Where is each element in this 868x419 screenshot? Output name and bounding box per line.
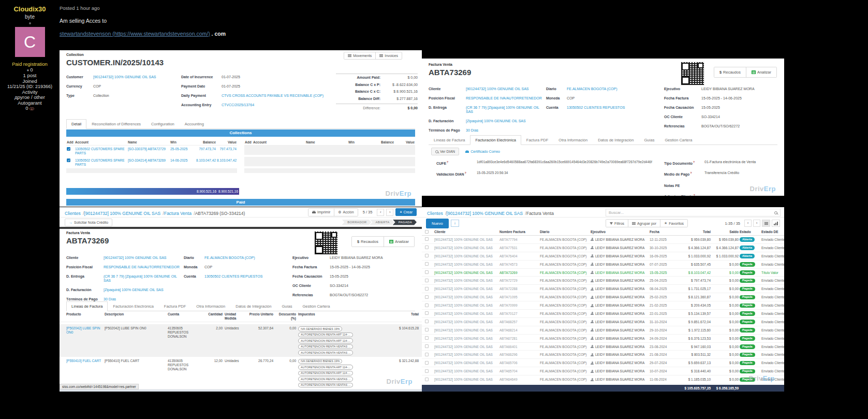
- row-checkbox[interactable]: [425, 245, 429, 249]
- field-value[interactable]: 30 Días: [104, 297, 116, 301]
- field-value[interactable]: [Zipaquirá] 100% GENUINE OIL SAS: [466, 119, 526, 123]
- chart-view-toggle[interactable]: [772, 220, 780, 227]
- post-link[interactable]: stewartandstevenson (https://www.stewart…: [60, 31, 210, 37]
- movements-button[interactable]: Movements: [344, 52, 375, 59]
- column-header[interactable]: Saldo: [712, 230, 739, 234]
- row-checkbox[interactable]: [425, 254, 429, 257]
- column-header[interactable]: Diario: [540, 230, 590, 234]
- tab[interactable]: Factura PDF: [521, 135, 554, 145]
- recaudos-button[interactable]: $Recaudos: [714, 67, 746, 77]
- client-link[interactable]: [901244732] 100% GENUINE OIL SAS: [434, 328, 498, 332]
- field-value[interactable]: 30 Días: [466, 128, 478, 133]
- breadcrumb-link[interactable]: ABTA73269 (SO-334214): [195, 211, 245, 216]
- checkbox-checked[interactable]: ✓: [67, 147, 70, 151]
- client-link[interactable]: [901244732] 100% GENUINE OIL SAS: [434, 337, 498, 340]
- product-link[interactable]: [P502042] LUBE SPIN ON0: [66, 326, 102, 355]
- tab[interactable]: Factura PDF: [159, 301, 192, 311]
- favoritos-button[interactable]: ★Favoritos: [660, 220, 687, 227]
- scrollbar-track[interactable]: [60, 389, 422, 392]
- field-value[interactable]: COP: [204, 265, 212, 269]
- download-button[interactable]: ↓: [451, 220, 459, 227]
- accion-button[interactable]: ⚙Acción: [334, 209, 357, 216]
- tab[interactable]: Facturación Electrónica: [108, 301, 158, 311]
- field-value[interactable]: 01-07-2025: [222, 84, 240, 89]
- breadcrumb-link[interactable]: Factura Venta: [526, 211, 554, 216]
- select-all-checkbox[interactable]: [425, 230, 429, 234]
- search-input[interactable]: [609, 210, 774, 215]
- invoice-list-row[interactable]: [901244732] 100% GENUINE OIL SAS ABTA722…: [422, 285, 784, 293]
- account-link[interactable]: 13050502 CUSTOMERS SPARE PARTS: [75, 157, 127, 168]
- client-link[interactable]: [901244732] 100% GENUINE OIL SAS: [434, 238, 498, 241]
- nuevo-button[interactable]: Nuevo: [426, 219, 449, 228]
- solicitar-nota-credito-button[interactable]: →Solicitar Nota Crédito: [65, 219, 112, 226]
- field-value[interactable]: [901244732] 100% GENUINE OIL SAS: [104, 256, 167, 260]
- tab[interactable]: Otra Información: [191, 301, 230, 311]
- invoice-list-row[interactable]: [901244732] 100% GENUINE OIL SAS ABTA777…: [422, 236, 784, 244]
- invoice-list-row[interactable]: [901244732] 100% GENUINE OIL SAS ABTA732…: [422, 269, 784, 277]
- column-header[interactable]: Estado: [740, 230, 760, 234]
- row-checkbox[interactable]: [425, 369, 429, 373]
- row-checkbox[interactable]: [425, 295, 429, 299]
- field-value[interactable]: Collection: [93, 94, 109, 98]
- row-checkbox[interactable]: [425, 311, 429, 315]
- status-step[interactable]: BORRADOR: [342, 220, 371, 225]
- row-checkbox[interactable]: [425, 353, 429, 356]
- invoice-list-row[interactable]: [901244732] 100% GENUINE OIL SAS ABTA657…: [422, 367, 784, 375]
- breadcrumb-link[interactable]: Clientes: [65, 211, 81, 216]
- filtros-button[interactable]: Filtros: [606, 220, 628, 227]
- client-link[interactable]: [901244732] 100% GENUINE OIL SAS: [434, 378, 498, 381]
- tab[interactable]: Líneas de Factura: [66, 301, 108, 311]
- row-checkbox[interactable]: [425, 262, 429, 266]
- tab[interactable]: Facturación Electrónica: [470, 135, 521, 145]
- crear-button[interactable]: +Crear: [395, 208, 417, 216]
- field-value[interactable]: CTVCC/2025/13764: [222, 103, 254, 107]
- breadcrumb-link[interactable]: [901244732] 100% GENUINE OIL SAS: [447, 211, 523, 216]
- invoice-list-row[interactable]: [901244732] 100% GENUINE OIL SAS ABTA727…: [422, 277, 784, 285]
- client-link[interactable]: [901244732] 100% GENUINE OIL SAS: [434, 345, 498, 349]
- breadcrumb-link[interactable]: Clientes: [427, 211, 443, 216]
- prev-button[interactable]: ‹: [377, 209, 384, 216]
- avatar[interactable]: C: [15, 27, 45, 57]
- status-step[interactable]: ABIERTA: [370, 220, 394, 225]
- client-link[interactable]: [901244732] 100% GENUINE OIL SAS: [434, 287, 498, 291]
- ver-dian-button[interactable]: Ver DIAN: [431, 148, 459, 155]
- row-checkbox[interactable]: [425, 320, 429, 323]
- field-value[interactable]: (CR 36 7 79) [Zipaquirá] 100% GENUINE OI…: [466, 106, 545, 114]
- tab[interactable]: Gestión Cartera: [659, 135, 697, 145]
- breadcrumb-link[interactable]: [901244732] 100% GENUINE OIL SAS: [84, 211, 161, 216]
- client-link[interactable]: [901244732] 100% GENUINE OIL SAS: [434, 271, 498, 274]
- field-value[interactable]: 01-07-2025: [222, 75, 240, 79]
- field-value[interactable]: RESPONSABLE DE IVA/AUTORRETENEDOR: [466, 96, 542, 100]
- column-header[interactable]: Fecha: [650, 230, 679, 234]
- invoice-list-row[interactable]: [901244732] 100% GENUINE OIL SAS ABTA664…: [422, 343, 784, 351]
- collection-row[interactable]: ✓ 13050502 CUSTOMERS SPARE PARTS [SO-334…: [66, 157, 237, 168]
- invoice-line-row[interactable]: [P502042] LUBE SPIN ON0 [P502042] LUBE S…: [60, 324, 422, 357]
- invoice-list-row[interactable]: [901244732] 100% GENUINE OIL SAS ABTA745…: [422, 261, 784, 269]
- row-checkbox[interactable]: [425, 270, 429, 274]
- list-view-toggle[interactable]: [762, 220, 770, 227]
- agrupar-por-button[interactable]: Agrupar por: [628, 220, 660, 227]
- field-value[interactable]: RESPONSABLE DE IVA/AUTORRETENEDOR: [104, 265, 180, 269]
- column-header[interactable]: Cliente: [434, 230, 498, 234]
- field-value[interactable]: [901244732] 100% GENUINE OIL SAS: [93, 75, 156, 79]
- recaudos-button[interactable]: $Recaudos: [352, 237, 384, 247]
- field-value[interactable]: COP: [93, 84, 101, 89]
- client-link[interactable]: [901244732] 100% GENUINE OIL SAS: [434, 246, 498, 250]
- tab[interactable]: Configuration: [146, 119, 180, 129]
- invoice-list-row[interactable]: [901244732] 100% GENUINE OIL SAS ABTA709…: [422, 301, 784, 310]
- field-value[interactable]: 13050502 CLIENTES REPUESTOS: [567, 106, 625, 110]
- tab[interactable]: Guías: [639, 135, 659, 145]
- client-link[interactable]: [901244732] 100% GENUINE OIL SAS: [434, 279, 498, 282]
- invoice-list-row[interactable]: [901244732] 100% GENUINE OIL SAS ABTA710…: [422, 293, 784, 301]
- product-link[interactable]: [P550410] FUEL CART: [66, 359, 102, 388]
- name-link[interactable]: [SO-330375] ABTA72729: [127, 146, 170, 157]
- invoice-list-row[interactable]: [901244732] 100% GENUINE OIL SAS ABTA657…: [422, 359, 784, 367]
- tab[interactable]: Datos de Integración: [593, 135, 639, 145]
- row-checkbox[interactable]: [425, 336, 429, 340]
- tab[interactable]: Detail: [66, 119, 86, 129]
- client-link[interactable]: [901244732] 100% GENUINE OIL SAS: [434, 295, 498, 299]
- field-value[interactable]: 13050502 CLIENTES REPUESTOS: [204, 274, 262, 279]
- row-checkbox[interactable]: [425, 378, 429, 381]
- tab[interactable]: Reconciliation of Differences: [86, 119, 146, 129]
- username[interactable]: Cloudix30: [0, 5, 60, 13]
